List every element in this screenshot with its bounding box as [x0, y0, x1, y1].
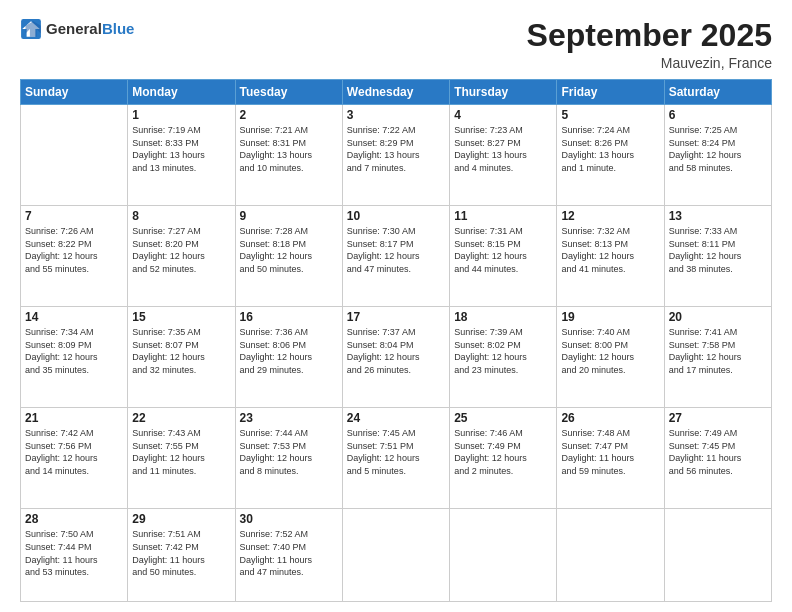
col-friday: Friday: [557, 80, 664, 105]
day-number: 16: [240, 310, 338, 324]
calendar-table: Sunday Monday Tuesday Wednesday Thursday…: [20, 79, 772, 602]
day-number: 18: [454, 310, 552, 324]
table-row: [664, 509, 771, 602]
col-monday: Monday: [128, 80, 235, 105]
table-row: 29Sunrise: 7:51 AMSunset: 7:42 PMDayligh…: [128, 509, 235, 602]
day-info: Sunrise: 7:49 AMSunset: 7:45 PMDaylight:…: [669, 427, 767, 477]
table-row: [557, 509, 664, 602]
logo-text: GeneralBlue: [46, 21, 134, 38]
day-number: 26: [561, 411, 659, 425]
table-row: 28Sunrise: 7:50 AMSunset: 7:44 PMDayligh…: [21, 509, 128, 602]
day-info: Sunrise: 7:51 AMSunset: 7:42 PMDaylight:…: [132, 528, 230, 578]
table-row: 4Sunrise: 7:23 AMSunset: 8:27 PMDaylight…: [450, 105, 557, 206]
table-row: 23Sunrise: 7:44 AMSunset: 7:53 PMDayligh…: [235, 408, 342, 509]
day-info: Sunrise: 7:21 AMSunset: 8:31 PMDaylight:…: [240, 124, 338, 174]
page: GeneralBlue September 2025 Mauvezin, Fra…: [0, 0, 792, 612]
table-row: 17Sunrise: 7:37 AMSunset: 8:04 PMDayligh…: [342, 307, 449, 408]
logo-icon: [20, 18, 42, 40]
day-number: 9: [240, 209, 338, 223]
table-row: 11Sunrise: 7:31 AMSunset: 8:15 PMDayligh…: [450, 206, 557, 307]
day-info: Sunrise: 7:36 AMSunset: 8:06 PMDaylight:…: [240, 326, 338, 376]
day-info: Sunrise: 7:26 AMSunset: 8:22 PMDaylight:…: [25, 225, 123, 275]
day-info: Sunrise: 7:35 AMSunset: 8:07 PMDaylight:…: [132, 326, 230, 376]
day-info: Sunrise: 7:37 AMSunset: 8:04 PMDaylight:…: [347, 326, 445, 376]
day-number: 7: [25, 209, 123, 223]
location: Mauvezin, France: [527, 55, 772, 71]
day-info: Sunrise: 7:34 AMSunset: 8:09 PMDaylight:…: [25, 326, 123, 376]
logo-blue: Blue: [102, 21, 135, 38]
calendar-week-5: 28Sunrise: 7:50 AMSunset: 7:44 PMDayligh…: [21, 509, 772, 602]
day-number: 25: [454, 411, 552, 425]
day-info: Sunrise: 7:22 AMSunset: 8:29 PMDaylight:…: [347, 124, 445, 174]
day-number: 4: [454, 108, 552, 122]
day-info: Sunrise: 7:42 AMSunset: 7:56 PMDaylight:…: [25, 427, 123, 477]
table-row: 14Sunrise: 7:34 AMSunset: 8:09 PMDayligh…: [21, 307, 128, 408]
calendar-week-2: 7Sunrise: 7:26 AMSunset: 8:22 PMDaylight…: [21, 206, 772, 307]
title-area: September 2025 Mauvezin, France: [527, 18, 772, 71]
day-number: 22: [132, 411, 230, 425]
table-row: 18Sunrise: 7:39 AMSunset: 8:02 PMDayligh…: [450, 307, 557, 408]
table-row: 26Sunrise: 7:48 AMSunset: 7:47 PMDayligh…: [557, 408, 664, 509]
table-row: 25Sunrise: 7:46 AMSunset: 7:49 PMDayligh…: [450, 408, 557, 509]
day-info: Sunrise: 7:44 AMSunset: 7:53 PMDaylight:…: [240, 427, 338, 477]
table-row: 7Sunrise: 7:26 AMSunset: 8:22 PMDaylight…: [21, 206, 128, 307]
day-number: 30: [240, 512, 338, 526]
day-number: 17: [347, 310, 445, 324]
table-row: 5Sunrise: 7:24 AMSunset: 8:26 PMDaylight…: [557, 105, 664, 206]
day-info: Sunrise: 7:24 AMSunset: 8:26 PMDaylight:…: [561, 124, 659, 174]
day-info: Sunrise: 7:31 AMSunset: 8:15 PMDaylight:…: [454, 225, 552, 275]
day-info: Sunrise: 7:52 AMSunset: 7:40 PMDaylight:…: [240, 528, 338, 578]
table-row: 6Sunrise: 7:25 AMSunset: 8:24 PMDaylight…: [664, 105, 771, 206]
day-info: Sunrise: 7:33 AMSunset: 8:11 PMDaylight:…: [669, 225, 767, 275]
logo: GeneralBlue: [20, 18, 134, 40]
table-row: 10Sunrise: 7:30 AMSunset: 8:17 PMDayligh…: [342, 206, 449, 307]
table-row: 9Sunrise: 7:28 AMSunset: 8:18 PMDaylight…: [235, 206, 342, 307]
day-number: 14: [25, 310, 123, 324]
table-row: [450, 509, 557, 602]
day-number: 11: [454, 209, 552, 223]
table-row: 8Sunrise: 7:27 AMSunset: 8:20 PMDaylight…: [128, 206, 235, 307]
calendar-week-4: 21Sunrise: 7:42 AMSunset: 7:56 PMDayligh…: [21, 408, 772, 509]
day-info: Sunrise: 7:45 AMSunset: 7:51 PMDaylight:…: [347, 427, 445, 477]
day-info: Sunrise: 7:25 AMSunset: 8:24 PMDaylight:…: [669, 124, 767, 174]
day-number: 12: [561, 209, 659, 223]
day-number: 10: [347, 209, 445, 223]
day-info: Sunrise: 7:28 AMSunset: 8:18 PMDaylight:…: [240, 225, 338, 275]
table-row: [342, 509, 449, 602]
day-number: 24: [347, 411, 445, 425]
col-tuesday: Tuesday: [235, 80, 342, 105]
table-row: 19Sunrise: 7:40 AMSunset: 8:00 PMDayligh…: [557, 307, 664, 408]
day-number: 6: [669, 108, 767, 122]
col-saturday: Saturday: [664, 80, 771, 105]
col-thursday: Thursday: [450, 80, 557, 105]
calendar-header-row: Sunday Monday Tuesday Wednesday Thursday…: [21, 80, 772, 105]
table-row: 16Sunrise: 7:36 AMSunset: 8:06 PMDayligh…: [235, 307, 342, 408]
table-row: 15Sunrise: 7:35 AMSunset: 8:07 PMDayligh…: [128, 307, 235, 408]
table-row: 27Sunrise: 7:49 AMSunset: 7:45 PMDayligh…: [664, 408, 771, 509]
calendar-week-3: 14Sunrise: 7:34 AMSunset: 8:09 PMDayligh…: [21, 307, 772, 408]
calendar-week-1: 1Sunrise: 7:19 AMSunset: 8:33 PMDaylight…: [21, 105, 772, 206]
table-row: 24Sunrise: 7:45 AMSunset: 7:51 PMDayligh…: [342, 408, 449, 509]
table-row: 2Sunrise: 7:21 AMSunset: 8:31 PMDaylight…: [235, 105, 342, 206]
col-wednesday: Wednesday: [342, 80, 449, 105]
table-row: 12Sunrise: 7:32 AMSunset: 8:13 PMDayligh…: [557, 206, 664, 307]
day-info: Sunrise: 7:48 AMSunset: 7:47 PMDaylight:…: [561, 427, 659, 477]
table-row: 20Sunrise: 7:41 AMSunset: 7:58 PMDayligh…: [664, 307, 771, 408]
day-number: 3: [347, 108, 445, 122]
table-row: 30Sunrise: 7:52 AMSunset: 7:40 PMDayligh…: [235, 509, 342, 602]
table-row: 1Sunrise: 7:19 AMSunset: 8:33 PMDaylight…: [128, 105, 235, 206]
day-info: Sunrise: 7:39 AMSunset: 8:02 PMDaylight:…: [454, 326, 552, 376]
table-row: 3Sunrise: 7:22 AMSunset: 8:29 PMDaylight…: [342, 105, 449, 206]
day-info: Sunrise: 7:43 AMSunset: 7:55 PMDaylight:…: [132, 427, 230, 477]
day-number: 29: [132, 512, 230, 526]
day-info: Sunrise: 7:19 AMSunset: 8:33 PMDaylight:…: [132, 124, 230, 174]
day-info: Sunrise: 7:46 AMSunset: 7:49 PMDaylight:…: [454, 427, 552, 477]
table-row: 21Sunrise: 7:42 AMSunset: 7:56 PMDayligh…: [21, 408, 128, 509]
day-number: 23: [240, 411, 338, 425]
table-row: 13Sunrise: 7:33 AMSunset: 8:11 PMDayligh…: [664, 206, 771, 307]
day-number: 5: [561, 108, 659, 122]
table-row: 22Sunrise: 7:43 AMSunset: 7:55 PMDayligh…: [128, 408, 235, 509]
day-number: 28: [25, 512, 123, 526]
day-info: Sunrise: 7:50 AMSunset: 7:44 PMDaylight:…: [25, 528, 123, 578]
day-number: 27: [669, 411, 767, 425]
